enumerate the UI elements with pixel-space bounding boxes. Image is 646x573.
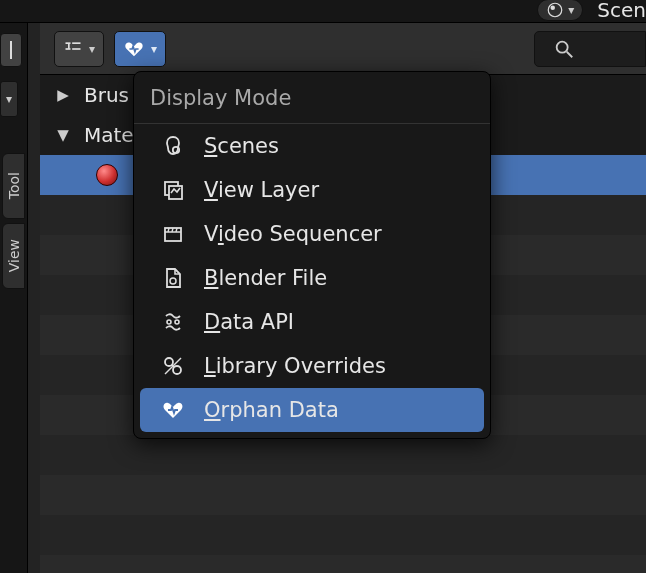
chevron-down-icon: ▾ (6, 92, 12, 106)
viewport-shading-pill[interactable]: ▾ (537, 0, 583, 21)
svg-rect-5 (72, 42, 80, 44)
svg-line-9 (567, 52, 573, 58)
search-icon (553, 38, 575, 60)
popup-title: Display Mode (134, 72, 490, 124)
display-mode-popup: Display Mode ScenesView LayerVideo Seque… (133, 71, 491, 439)
material-preview-icon (96, 164, 118, 186)
svg-point-20 (175, 320, 179, 324)
svg-rect-3 (66, 42, 71, 44)
display-mode-item-label: Orphan Data (204, 398, 339, 422)
sphere-icon (546, 1, 564, 19)
svg-rect-7 (68, 44, 70, 49)
sidebar-tab-label: Tool (6, 172, 22, 199)
svg-line-15 (168, 228, 169, 232)
topbar-right-group: ▾ Scen (537, 0, 646, 23)
display-mode-item-scenes[interactable]: Scenes (140, 124, 484, 168)
display-mode-item-video-sequencer[interactable]: Video Sequencer (140, 212, 484, 256)
display-mode-item-data-api[interactable]: Data API (140, 300, 484, 344)
outliner-header: ▾ ▾ (40, 23, 646, 75)
svg-point-0 (549, 3, 563, 17)
chevron-down-icon: ▾ (568, 3, 574, 17)
display-mode-item-label: View Layer (204, 178, 319, 202)
toolbar-handle-button[interactable] (0, 33, 22, 67)
grip-icon (8, 40, 14, 60)
view-layer-icon (160, 177, 186, 203)
scene-name-label: Scen (597, 0, 646, 22)
display-mode-item-label: Blender File (204, 266, 327, 290)
display-mode-item-label: Video Sequencer (204, 222, 382, 246)
sidebar-tab-view[interactable]: View (2, 223, 25, 289)
display-mode-item-orphan-data[interactable]: Orphan Data (140, 388, 484, 432)
disclosure-open-icon[interactable]: ▼ (56, 126, 70, 144)
toolbar-expand-button[interactable]: ▾ (0, 81, 18, 117)
chevron-down-icon: ▾ (89, 42, 95, 56)
app-topbar: ▾ Scen (0, 0, 646, 23)
data-api-icon (160, 309, 186, 335)
display-mode-item-label: Scenes (204, 134, 279, 158)
svg-rect-6 (72, 48, 80, 50)
heart-pulse-icon (160, 397, 186, 423)
svg-point-19 (167, 320, 171, 324)
heart-pulse-icon (123, 38, 145, 60)
svg-rect-2 (10, 41, 12, 59)
editor-type-dropdown[interactable]: ▾ (54, 31, 104, 67)
chevron-down-icon: ▾ (151, 42, 157, 56)
outliner-icon (63, 39, 83, 59)
display-mode-dropdown[interactable]: ▾ (114, 31, 166, 67)
display-mode-item-blender-file[interactable]: Blender File (140, 256, 484, 300)
tree-row-label: Brus (84, 83, 129, 107)
disclosure-closed-icon[interactable]: ▶ (56, 86, 70, 104)
svg-point-21 (165, 358, 173, 366)
display-mode-item-label: Data API (204, 310, 294, 334)
svg-point-22 (173, 366, 181, 374)
tree-row-label: Mate (84, 123, 134, 147)
svg-point-8 (557, 42, 568, 53)
svg-line-16 (172, 228, 173, 232)
blender-file-icon (160, 265, 186, 291)
svg-line-17 (176, 228, 177, 232)
display-mode-item-label: Library Overrides (204, 354, 386, 378)
sidebar-tab-label: View (6, 239, 22, 272)
svg-point-18 (170, 278, 176, 284)
library-overrides-icon (160, 353, 186, 379)
display-mode-item-library-overrides[interactable]: Library Overrides (140, 344, 484, 388)
sidebar-tab-tool[interactable]: Tool (2, 153, 25, 219)
svg-point-1 (551, 6, 556, 11)
display-mode-item-view-layer[interactable]: View Layer (140, 168, 484, 212)
outliner-search-input[interactable] (534, 31, 646, 67)
scenes-icon (160, 133, 186, 159)
left-tool-strip: ▾ Tool View (0, 23, 28, 573)
video-sequencer-icon (160, 221, 186, 247)
